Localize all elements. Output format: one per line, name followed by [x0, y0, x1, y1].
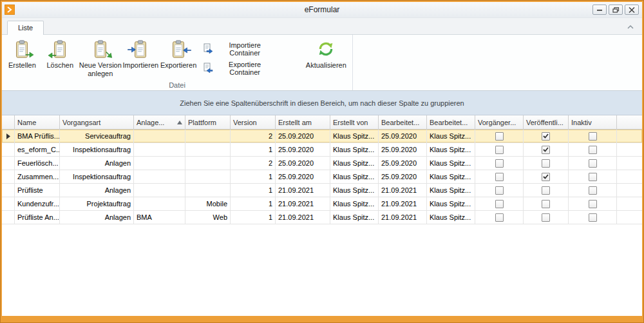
exportiere-container-button[interactable]: Exportiere Container — [203, 61, 274, 76]
cell-inaktiv — [569, 143, 617, 156]
column-header-label: Anlage... — [137, 119, 164, 126]
inaktiv-checkbox[interactable] — [589, 159, 597, 168]
table-row[interactable]: Prüfliste An...AnlagenBMAWeb121.09.2021K… — [2, 211, 642, 224]
column-header-bearbeitet_am[interactable]: Bearbeitet... — [379, 115, 427, 129]
restore-icon — [612, 7, 620, 13]
grid-body: BMA Prüflis...Serviceauftrag225.09.2020K… — [2, 130, 642, 224]
inaktiv-checkbox[interactable] — [589, 213, 597, 222]
check-icon — [543, 174, 549, 179]
veroeffentlicht-checkbox[interactable] — [542, 132, 550, 141]
vorgaenger-checkbox[interactable] — [495, 213, 504, 222]
ribbon-group-content: Erstellen Löschen Neue Version anlegen — [2, 35, 352, 81]
vorgaenger-checkbox[interactable] — [495, 186, 504, 195]
column-header-version[interactable]: Version — [231, 115, 276, 129]
cell-anlage — [134, 197, 185, 210]
table-row[interactable]: es_eform_C...Inspektionsauftrag125.09.20… — [2, 143, 642, 157]
cell-name: es_eform_C... — [15, 143, 60, 156]
vorgaenger-checkbox[interactable] — [495, 200, 504, 208]
column-header-veroeffentlicht[interactable]: Veröffentli... — [524, 115, 569, 129]
column-header-vorgaenger[interactable]: Vorgänger... — [475, 115, 524, 129]
row-indicator-cell — [2, 197, 15, 210]
vorgaenger-checkbox[interactable] — [495, 159, 504, 168]
row-indicator-cell — [2, 157, 15, 170]
row-indicator-cell — [2, 143, 15, 156]
column-header-label: Name — [17, 119, 36, 126]
cell-plattform: Web — [185, 211, 231, 224]
import-container-icon — [203, 43, 213, 55]
inaktiv-checkbox[interactable] — [589, 146, 597, 154]
row-filler — [617, 184, 642, 197]
cell-vorgangsart: Anlagen — [60, 157, 134, 170]
column-header-name[interactable]: Name — [15, 115, 60, 129]
cell-plattform — [185, 184, 231, 197]
veroeffentlicht-checkbox[interactable] — [542, 186, 550, 195]
loeschen-button[interactable]: Löschen — [41, 36, 79, 80]
vorgaenger-checkbox[interactable] — [495, 173, 504, 181]
aktualisieren-button[interactable]: Aktualisieren — [301, 36, 351, 80]
cell-bearbeitet_am: 25.09.2020 — [379, 170, 427, 183]
column-header-label: Vorgangsart — [62, 119, 100, 126]
table-row[interactable]: Kundenzufr...ProjektauftragMobile121.09.… — [2, 197, 642, 211]
cell-bearbeitet_von: Klaus Spitz... — [427, 130, 475, 142]
column-header-inaktiv[interactable]: Inaktiv — [569, 115, 617, 129]
group-by-panel[interactable]: Ziehen Sie eine Spaltenüberschrift in di… — [2, 91, 642, 115]
vorgaenger-checkbox[interactable] — [495, 132, 504, 141]
window-controls — [592, 5, 639, 15]
cell-anlage — [134, 143, 185, 156]
veroeffentlicht-checkbox[interactable] — [542, 213, 550, 222]
column-header-anlage[interactable]: Anlage... — [134, 115, 185, 129]
exportieren-button[interactable]: Exportieren — [160, 36, 198, 80]
column-header-bearbeitet_von[interactable]: Bearbeitet... — [427, 115, 475, 129]
table-row[interactable]: BMA Prüflis...Serviceauftrag225.09.2020K… — [2, 130, 642, 143]
inaktiv-checkbox[interactable] — [589, 200, 597, 208]
cell-vorgangsart: Anlagen — [60, 184, 134, 197]
veroeffentlicht-checkbox[interactable] — [542, 159, 550, 168]
veroeffentlicht-checkbox[interactable] — [542, 173, 550, 181]
inaktiv-checkbox[interactable] — [589, 186, 597, 195]
table-row[interactable]: PrüflisteAnlagen121.09.2021Klaus Spitz..… — [2, 184, 642, 197]
cell-bearbeitet_von: Klaus Spitz... — [427, 184, 475, 197]
erstellen-label: Erstellen — [8, 61, 36, 70]
maximize-button[interactable] — [609, 5, 623, 15]
cell-veroeffentlicht — [524, 157, 569, 170]
neue-version-anlegen-button[interactable]: Neue Version anlegen — [79, 36, 122, 80]
table-row[interactable]: Feuerlösch...Anlagen225.09.2020Klaus Spi… — [2, 157, 642, 170]
cell-bearbeitet_von: Klaus Spitz... — [427, 211, 475, 224]
inaktiv-checkbox[interactable] — [589, 132, 597, 141]
cell-vorgaenger — [475, 197, 524, 210]
row-filler — [617, 170, 642, 183]
grid-header: NameVorgangsartAnlage...PlattformVersion… — [2, 115, 642, 130]
cell-erstellt_von: Klaus Spitz... — [330, 130, 379, 142]
loeschen-label: Löschen — [46, 61, 73, 70]
tab-liste[interactable]: Liste — [7, 21, 44, 35]
column-header-label: Version — [233, 119, 257, 126]
importieren-button[interactable]: Importieren — [122, 36, 160, 80]
erstellen-button[interactable]: Erstellen — [3, 36, 41, 80]
veroeffentlicht-checkbox[interactable] — [542, 146, 550, 154]
column-header-label: Bearbeitet... — [381, 119, 419, 126]
cell-vorgangsart: Projektauftrag — [60, 197, 134, 210]
column-header-label: Veröffentli... — [526, 119, 564, 126]
importiere-container-button[interactable]: Importiere Container — [203, 41, 274, 57]
close-button[interactable] — [625, 5, 639, 15]
veroeffentlicht-checkbox[interactable] — [542, 200, 550, 208]
minimize-button[interactable] — [592, 5, 607, 15]
check-icon — [543, 133, 549, 139]
cell-vorgaenger — [475, 130, 524, 142]
column-header-erstellt_am[interactable]: Erstellt am — [276, 115, 330, 129]
vorgaenger-checkbox[interactable] — [495, 146, 504, 154]
export-clipboard-icon — [168, 38, 189, 60]
collapse-ribbon-button[interactable] — [625, 23, 636, 32]
column-header-plattform[interactable]: Plattform — [185, 115, 231, 129]
cell-version: 1 — [231, 211, 276, 224]
cell-bearbeitet_am: 25.09.2020 — [379, 157, 427, 170]
column-header-erstellt_von[interactable]: Erstellt von — [330, 115, 379, 129]
column-header-label: Erstellt von — [333, 119, 368, 126]
import-clipboard-icon — [130, 38, 151, 60]
ribbon-tab-row: Liste — [2, 18, 642, 35]
row-filler — [617, 197, 642, 210]
inaktiv-checkbox[interactable] — [589, 173, 597, 181]
table-row[interactable]: Zusammen...Inspektionsauftrag125.09.2020… — [2, 170, 642, 184]
row-filler — [617, 211, 642, 224]
column-header-vorgangsart[interactable]: Vorgangsart — [60, 115, 134, 129]
